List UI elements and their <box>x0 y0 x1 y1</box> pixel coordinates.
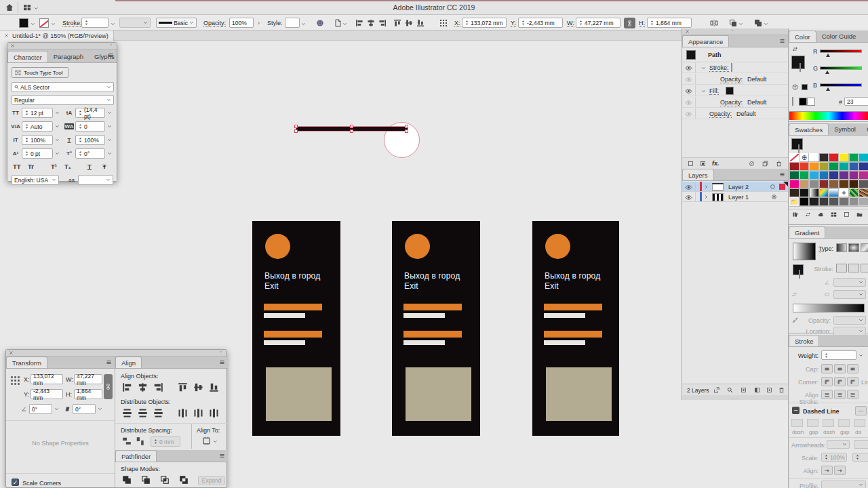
new-sublayer-icon[interactable] <box>754 387 760 393</box>
stroke-none-swatch[interactable] <box>731 63 732 72</box>
profile-dropdown[interactable] <box>821 481 866 488</box>
dash-field[interactable] <box>823 419 834 427</box>
round-cap-button[interactable] <box>834 364 846 373</box>
bevel-join-button[interactable] <box>847 377 859 386</box>
red-slider-thumb[interactable] <box>826 54 830 57</box>
swatch[interactable]: 📁 <box>789 197 800 206</box>
x-field[interactable]: 133,072 mm <box>31 374 63 384</box>
w-field[interactable]: 47,227 mm <box>74 374 102 384</box>
fill-chevron-icon[interactable] <box>31 22 35 26</box>
arrowhead-scale-field-2[interactable] <box>852 453 868 462</box>
tab-graphic-styles[interactable]: Graphi <box>861 123 868 135</box>
panel-menu-icon[interactable] <box>106 359 112 365</box>
distribute-bottom-icon[interactable] <box>153 408 163 418</box>
duplicate-item-icon[interactable] <box>762 161 768 167</box>
distribute-hcenter-icon[interactable] <box>193 408 203 418</box>
reverse-gradient-icon[interactable] <box>791 291 797 298</box>
stepper-icon[interactable] <box>78 138 83 142</box>
exclude-icon[interactable] <box>179 475 189 485</box>
show-swatch-kinds-icon[interactable] <box>831 211 837 218</box>
weight-field[interactable] <box>821 350 856 360</box>
poster-artwork-1[interactable]: Выход в городExit <box>252 221 340 436</box>
visibility-eye-icon[interactable] <box>685 184 692 191</box>
swatch[interactable] <box>819 171 829 180</box>
y-field[interactable]: -2,443 mm <box>31 389 63 399</box>
gamut-swatch[interactable] <box>802 84 808 90</box>
green-slider[interactable] <box>820 66 862 70</box>
panel-resize-handle[interactable]: …… <box>682 395 788 400</box>
swatch[interactable] <box>809 162 819 171</box>
stepper-icon[interactable] <box>24 124 29 129</box>
swap-fill-stroke-icon[interactable] <box>792 46 798 52</box>
stepper-icon[interactable] <box>84 20 89 25</box>
appearance-fill-row[interactable]: Fill: <box>682 85 788 96</box>
swatch[interactable] <box>839 188 849 197</box>
red-slider[interactable] <box>820 49 862 53</box>
swatch[interactable] <box>809 180 819 188</box>
selection-handle[interactable] <box>294 129 298 133</box>
horizontal-scale-field[interactable]: 100% <box>22 135 53 145</box>
swatch[interactable] <box>849 197 859 206</box>
constrain-proportions-button[interactable] <box>104 374 113 399</box>
visibility-eye-icon[interactable] <box>685 64 692 72</box>
align-right-icon[interactable] <box>378 19 387 27</box>
document-setup-globe-icon[interactable] <box>316 19 324 27</box>
distribute-left-icon[interactable] <box>178 408 188 418</box>
font-size-field[interactable]: 12 pt <box>22 108 53 118</box>
opacity-label[interactable]: Opacity: <box>203 20 226 27</box>
stroke-proxy-swatch[interactable] <box>798 144 800 153</box>
gradient-angle-field[interactable] <box>833 278 866 287</box>
swatch[interactable] <box>849 171 859 180</box>
panel-menu-icon[interactable] <box>219 359 225 365</box>
stepper-icon[interactable] <box>465 20 469 25</box>
white-color-well[interactable] <box>807 98 815 106</box>
constrain-proportions-button[interactable] <box>624 18 635 28</box>
swatch[interactable] <box>800 171 810 180</box>
delete-layer-icon[interactable] <box>778 387 785 393</box>
appearance-stroke-opacity-row[interactable]: Opacity: Default <box>682 74 788 85</box>
collect-for-export-icon[interactable] <box>713 387 719 393</box>
tab-color[interactable]: Color <box>789 30 816 42</box>
gradient-opacity-field[interactable] <box>833 316 866 325</box>
expand-button[interactable]: Expand <box>198 476 225 485</box>
all-caps-button[interactable]: TT <box>13 163 21 170</box>
chevron-down-icon[interactable] <box>107 151 112 156</box>
variable-width-dropdown[interactable]: Basic <box>156 18 197 28</box>
brush-definition-dropdown[interactable] <box>119 18 151 28</box>
fill-black-swatch[interactable] <box>726 87 734 95</box>
layer-name[interactable]: Layer 1 <box>728 194 749 201</box>
swatch[interactable] <box>839 197 849 206</box>
dash-field[interactable] <box>791 419 803 427</box>
target-circle-icon[interactable] <box>770 184 776 190</box>
stroke-weight-chevron-icon[interactable] <box>111 22 115 26</box>
swatch[interactable] <box>819 180 829 188</box>
align-left-icon[interactable] <box>122 382 132 392</box>
opacity-field[interactable]: 100% <box>229 18 254 28</box>
distribute-spacing-field[interactable]: 0 mm <box>151 436 180 447</box>
expand-layer-icon[interactable] <box>704 184 709 189</box>
swatch[interactable] <box>789 180 800 188</box>
shape-mode-chevron-icon[interactable] <box>738 22 743 26</box>
preserve-dash-button[interactable] <box>855 406 867 415</box>
freeform-gradient-button[interactable] <box>861 243 868 252</box>
gap-field[interactable] <box>838 419 850 427</box>
aspect-ratio-field[interactable] <box>833 290 866 299</box>
tab-appearance[interactable]: Appearance <box>682 35 729 47</box>
black-color-well[interactable] <box>799 98 807 106</box>
swatch[interactable] <box>819 153 829 162</box>
butt-cap-button[interactable] <box>821 364 833 373</box>
collapse-dots[interactable]: “ <box>111 43 113 48</box>
shape-mode-icon[interactable] <box>729 19 737 27</box>
swatch[interactable] <box>849 188 859 197</box>
arrowhead-start-dropdown[interactable] <box>827 440 850 449</box>
distribute-right-icon[interactable] <box>209 408 219 418</box>
tab-symbols[interactable]: Symbol <box>829 123 861 135</box>
subscript-button[interactable]: T₁ <box>64 163 71 170</box>
swatch[interactable] <box>819 162 829 171</box>
pathfinder-icon[interactable] <box>754 19 762 27</box>
document-setup-icon[interactable] <box>334 19 342 27</box>
tab-glyphs[interactable]: Glyphs <box>89 51 120 62</box>
tab-layers[interactable]: Layers <box>682 169 714 180</box>
w-field[interactable]: 47,227 mm <box>576 18 620 28</box>
selection-handle[interactable] <box>294 125 298 128</box>
